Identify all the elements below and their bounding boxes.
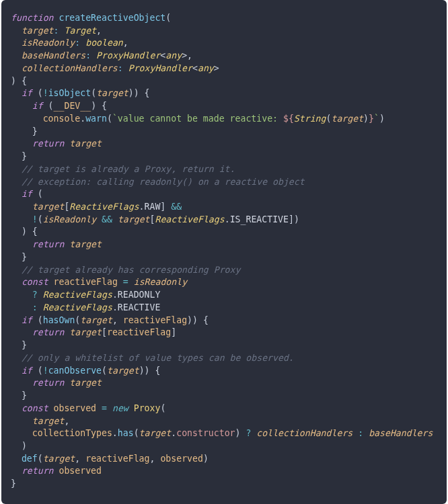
- var-dev: __DEV__: [54, 101, 91, 111]
- method-warn: warn: [85, 114, 107, 124]
- keyword-new: new: [112, 403, 128, 413]
- param-target: target: [22, 26, 54, 36]
- fn-def: def: [22, 454, 38, 464]
- param-collectionhandlers: collectionHandlers: [22, 63, 118, 73]
- type-boolean: boolean: [85, 38, 123, 48]
- class-reactiveflags: ReactiveFlags: [69, 202, 139, 212]
- keyword-return: return: [32, 138, 65, 149]
- var-observed: observed: [54, 403, 97, 413]
- prop-constructor: constructor: [176, 428, 235, 438]
- keyword-const: const: [22, 277, 48, 287]
- keyword-function: function: [11, 13, 54, 23]
- const-raw: RAW: [145, 202, 161, 212]
- string-part: `value cannot be made reactive:: [112, 114, 283, 124]
- keyword-if: if: [22, 88, 32, 98]
- fn-hasown: hasOwn: [43, 315, 75, 325]
- fn-canobserve: canObserve: [48, 366, 102, 376]
- const-reactive: REACTIVE: [118, 302, 161, 312]
- const-isreactive: IS_REACTIVE: [230, 214, 289, 224]
- param-basehandlers: baseHandlers: [22, 50, 85, 60]
- fn-isobject: isObject: [48, 88, 91, 98]
- function-name: createReactiveObject: [59, 13, 165, 23]
- type-target: Target: [64, 26, 96, 36]
- type-any: any: [165, 50, 182, 60]
- comment: // target is already a Proxy, return it.: [22, 164, 235, 174]
- console: console: [43, 114, 81, 124]
- comment: // only a whitelist of value types can b…: [22, 353, 294, 363]
- class-proxy: Proxy: [134, 403, 161, 413]
- fn-string: String: [294, 114, 326, 124]
- method-has: has: [118, 428, 134, 438]
- const-readonly: READONLY: [118, 290, 161, 300]
- var-collectiontypes: collectionTypes: [32, 428, 112, 438]
- comment: // exception: calling readonly() on a re…: [22, 177, 305, 187]
- type-proxyhandler: ProxyHandler: [96, 50, 160, 60]
- code-block: function createReactiveObject( target: T…: [1, 0, 447, 504]
- var-reactiveflag: reactiveFlag: [54, 277, 118, 287]
- comment: // target already has corresponding Prox…: [22, 265, 241, 275]
- param-isreadonly: isReadonly: [22, 38, 75, 48]
